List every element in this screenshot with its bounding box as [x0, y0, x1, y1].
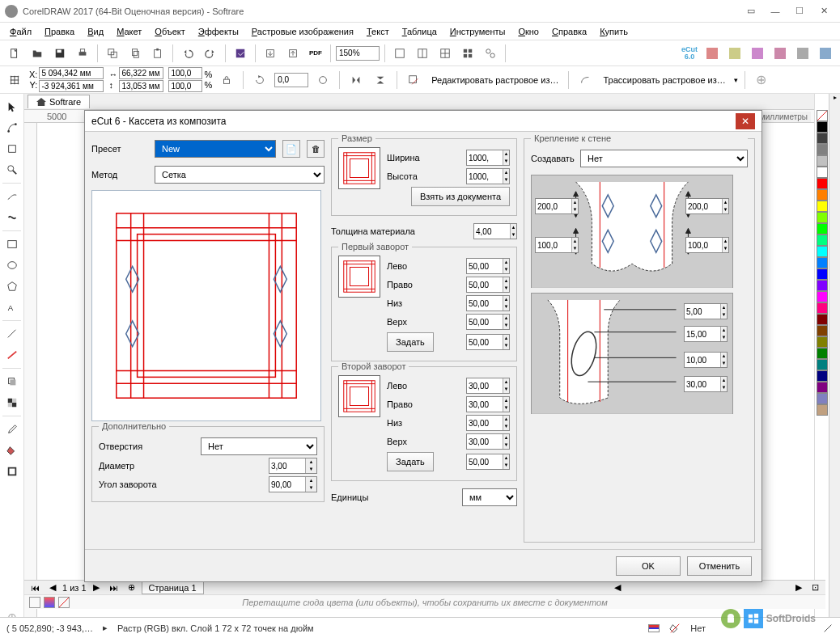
polygon-tool[interactable]: [2, 277, 23, 296]
color-swatch[interactable]: [817, 291, 828, 302]
menu-tools[interactable]: Инструменты: [445, 25, 511, 38]
dialog-close-button[interactable]: ✕: [736, 113, 755, 129]
wall-a-spinner[interactable]: ▲▼: [535, 198, 579, 214]
width-input[interactable]: [119, 67, 163, 79]
guidelines-button[interactable]: [458, 44, 477, 63]
thickness-spinner[interactable]: ▲▼: [473, 223, 517, 239]
grid-button[interactable]: [413, 44, 432, 63]
plugin3-icon[interactable]: [748, 44, 767, 63]
color-swatch[interactable]: [817, 223, 828, 234]
edit-bitmap-icon[interactable]: [404, 70, 423, 90]
color-dock-bar[interactable]: Перетащите сюда цвета (или объекты), что…: [24, 594, 825, 609]
freehand-tool[interactable]: [2, 187, 23, 206]
menu-edit[interactable]: Правка: [40, 25, 79, 38]
color-swatch[interactable]: [817, 393, 828, 404]
connector-tool[interactable]: [2, 345, 23, 365]
menu-layout[interactable]: Макет: [112, 25, 146, 38]
menu-text[interactable]: Текст: [362, 25, 394, 38]
crop-tool[interactable]: [2, 139, 23, 158]
color-swatch[interactable]: [817, 302, 828, 314]
f2-top-spinner[interactable]: ▲▼: [466, 433, 510, 450]
cut-button[interactable]: [103, 44, 122, 63]
scale-x-input[interactable]: [168, 67, 202, 79]
hscroll-right[interactable]: ▶: [792, 582, 805, 593]
f1-right-spinner[interactable]: ▲▼: [466, 277, 510, 293]
color-swatch[interactable]: [817, 133, 828, 144]
snap-button[interactable]: [481, 44, 500, 63]
color-swatch[interactable]: [817, 314, 828, 325]
menu-object[interactable]: Объект: [150, 25, 189, 38]
docker-flyout[interactable]: ▸: [829, 94, 840, 630]
shape-tool[interactable]: [2, 118, 23, 137]
cancel-button[interactable]: Отменить: [687, 556, 752, 576]
mirror-h-icon[interactable]: [346, 70, 366, 90]
paste-button[interactable]: [148, 44, 168, 63]
dock-icon-3[interactable]: [58, 597, 70, 608]
wall-b-spinner[interactable]: ▲▼: [685, 198, 729, 214]
export-button[interactable]: [283, 44, 303, 63]
menu-window[interactable]: Окно: [513, 25, 544, 38]
f1-set-spinner[interactable]: ▲▼: [466, 334, 510, 350]
menu-help[interactable]: Справка: [547, 25, 592, 38]
y-position-input[interactable]: [39, 80, 104, 92]
fullscreen-button[interactable]: [390, 44, 409, 63]
color-swatch[interactable]: [817, 189, 828, 201]
nav-icon[interactable]: ⊡: [808, 582, 822, 593]
color-swatch[interactable]: [817, 167, 828, 178]
edit-bitmap-label[interactable]: Редактировать растровое из…: [428, 75, 562, 85]
color-swatch[interactable]: [817, 325, 828, 336]
pixel-grid-icon[interactable]: [5, 70, 24, 90]
menu-bitmaps[interactable]: Растровые изображения: [247, 25, 358, 38]
holes-select[interactable]: Нет: [201, 437, 317, 455]
ok-button[interactable]: OK: [616, 556, 681, 576]
page-last[interactable]: ⏭: [106, 583, 121, 593]
height-spinner[interactable]: ▲▼: [466, 168, 510, 184]
menu-table[interactable]: Таблица: [397, 25, 442, 38]
f2-bottom-spinner[interactable]: ▲▼: [466, 415, 510, 431]
menu-buy[interactable]: Купить: [595, 25, 633, 38]
mirror-v-icon[interactable]: [371, 70, 390, 90]
eyedropper-tool[interactable]: [2, 420, 23, 439]
undo-button[interactable]: [178, 44, 197, 63]
plugin4-icon[interactable]: [770, 44, 790, 63]
outline-tool[interactable]: [2, 462, 23, 481]
menu-effects[interactable]: Эффекты: [193, 25, 244, 38]
color-swatch[interactable]: [817, 246, 828, 257]
color-swatch[interactable]: [817, 370, 828, 382]
new-button[interactable]: [5, 44, 24, 63]
f1-set-button[interactable]: Задать: [387, 332, 434, 352]
add-button[interactable]: ⊕: [752, 70, 771, 90]
pdf-button[interactable]: PDF: [306, 44, 325, 63]
transparency-tool[interactable]: [2, 393, 23, 412]
no-color-swatch[interactable]: [817, 110, 828, 121]
color-swatch[interactable]: [817, 234, 828, 246]
preset-select[interactable]: New: [155, 140, 276, 158]
hscroll-left[interactable]: ◀: [611, 582, 624, 593]
zoom-tool[interactable]: [2, 160, 23, 180]
fill-tool[interactable]: [2, 441, 23, 460]
parallel-dim-tool[interactable]: [2, 324, 23, 344]
wall-e-spinner[interactable]: ▲▼: [684, 303, 728, 319]
dialog-titlebar[interactable]: eCut 6 - Кассета из композита ✕: [85, 111, 762, 132]
color-swatch[interactable]: [817, 280, 828, 291]
ellipse-tool[interactable]: [2, 256, 23, 275]
page-add[interactable]: ⊕: [125, 582, 138, 593]
f2-left-spinner[interactable]: ▲▼: [466, 378, 510, 394]
create-select[interactable]: Нет: [580, 150, 748, 167]
maximize-button[interactable]: ☐: [788, 3, 811, 19]
dock-icon-1[interactable]: [29, 597, 40, 608]
color-swatch[interactable]: [817, 268, 828, 280]
artistic-media-tool[interactable]: [2, 208, 23, 227]
outline-pen-icon[interactable]: [822, 623, 834, 634]
redo-button[interactable]: [201, 44, 220, 63]
f2-set-button[interactable]: Задать: [387, 452, 434, 471]
plugin5-icon[interactable]: [793, 44, 812, 63]
wall-d-spinner[interactable]: ▲▼: [685, 237, 729, 253]
rectangle-tool[interactable]: [2, 234, 23, 254]
plugin6-icon[interactable]: [816, 44, 835, 63]
color-swatch[interactable]: [817, 144, 828, 155]
wall-h-spinner[interactable]: ▲▼: [684, 376, 728, 392]
page-tab[interactable]: Страница 1: [142, 581, 204, 594]
rotate-icon[interactable]: [250, 70, 269, 90]
color-swatch[interactable]: [817, 178, 828, 189]
